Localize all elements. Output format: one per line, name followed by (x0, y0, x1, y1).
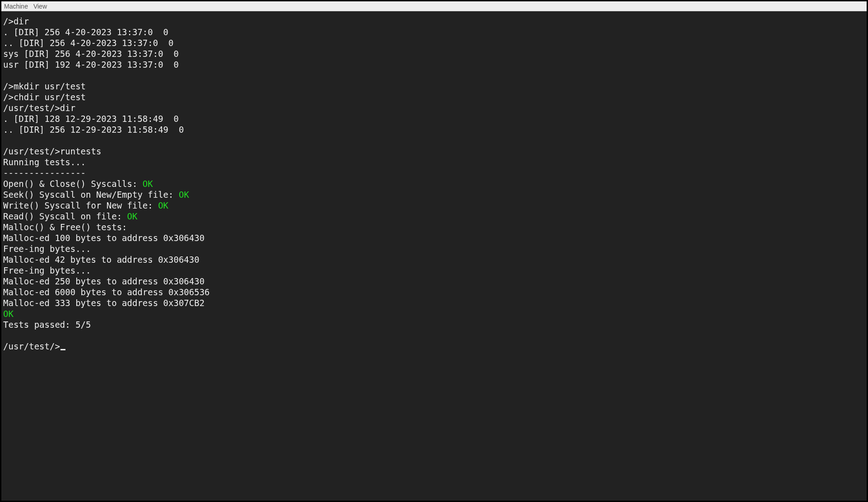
terminal-line: /usr/test/>runtests (3, 146, 865, 157)
terminal-text: Malloc-ed 100 bytes to address 0x306430 (3, 233, 204, 243)
terminal-text: Malloc-ed 42 bytes to address 0x306430 (3, 255, 200, 265)
terminal-text: OK (3, 309, 14, 319)
vm-window: Machine View />dir. [DIR] 256 4-20-2023 … (0, 0, 868, 502)
terminal-line: .. [DIR] 256 12-29-2023 11:58:49 0 (3, 124, 865, 135)
menu-machine[interactable]: Machine (4, 3, 28, 10)
terminal-line: />dir (3, 16, 865, 27)
terminal-text: Malloc-ed 6000 bytes to address 0x306536 (3, 287, 210, 297)
terminal-line: .. [DIR] 256 4-20-2023 13:37:0 0 (3, 37, 865, 48)
terminal-line: sys [DIR] 256 4-20-2023 13:37:0 0 (3, 48, 865, 59)
menu-view[interactable]: View (33, 3, 47, 10)
terminal-line: Malloc-ed 6000 bytes to address 0x306536 (3, 287, 865, 297)
terminal-line: Write() Syscall for New file: OK (3, 200, 865, 211)
terminal-text: /usr/test/> (3, 341, 60, 351)
terminal-line: Malloc() & Free() tests: (3, 222, 865, 232)
terminal-line (3, 70, 865, 81)
terminal[interactable]: />dir. [DIR] 256 4-20-2023 13:37:0 0.. [… (1, 11, 867, 501)
terminal-line: Open() & Close() Syscalls: OK (3, 178, 865, 189)
terminal-text: Malloc-ed 333 bytes to address 0x307CB2 (3, 298, 204, 308)
terminal-line: Seek() Syscall on New/Empty file: OK (3, 189, 865, 200)
terminal-line: . [DIR] 256 4-20-2023 13:37:0 0 (3, 27, 865, 37)
terminal-text: sys [DIR] 256 4-20-2023 13:37:0 0 (3, 49, 179, 59)
terminal-line: Tests passed: 5/5 (3, 319, 865, 330)
terminal-text: ---------------- (3, 168, 86, 178)
terminal-text: Running tests... (3, 157, 86, 167)
terminal-line: ---------------- (3, 167, 865, 178)
terminal-text: />chdir usr/test (3, 92, 86, 102)
terminal-text: /usr/test/>dir (3, 103, 75, 113)
terminal-text: OK (127, 211, 138, 221)
terminal-text: Malloc-ed 250 bytes to address 0x306430 (3, 276, 204, 286)
menubar: Machine View (1, 1, 867, 11)
cursor (60, 349, 65, 350)
terminal-text: Open() & Close() Syscalls: (3, 179, 143, 189)
terminal-line: Running tests... (3, 157, 865, 167)
terminal-text: OK (143, 179, 153, 189)
terminal-line: />mkdir usr/test (3, 81, 865, 92)
terminal-line: Read() Syscall on file: OK (3, 211, 865, 222)
terminal-text: Write() Syscall for New file: (3, 200, 158, 210)
terminal-text: />mkdir usr/test (3, 81, 86, 91)
terminal-line: Malloc-ed 42 bytes to address 0x306430 (3, 254, 865, 265)
terminal-text: /usr/test/>runtests (3, 146, 101, 156)
terminal-line: Free-ing bytes... (3, 265, 865, 276)
terminal-line: Free-ing bytes... (3, 243, 865, 254)
terminal-text: OK (158, 200, 168, 210)
terminal-line: usr [DIR] 192 4-20-2023 13:37:0 0 (3, 59, 865, 70)
terminal-line: . [DIR] 128 12-29-2023 11:58:49 0 (3, 113, 865, 124)
terminal-line: /usr/test/> (3, 341, 865, 352)
terminal-line: OK (3, 308, 865, 319)
terminal-line (3, 135, 865, 146)
terminal-text: Malloc() & Free() tests: (3, 222, 127, 232)
terminal-line: Malloc-ed 100 bytes to address 0x306430 (3, 232, 865, 243)
terminal-text: Seek() Syscall on New/Empty file: (3, 190, 179, 200)
terminal-text: . [DIR] 256 4-20-2023 13:37:0 0 (3, 27, 168, 37)
terminal-text: Free-ing bytes... (3, 265, 91, 275)
terminal-text: Free-ing bytes... (3, 244, 91, 254)
terminal-text: />dir (3, 16, 29, 26)
terminal-line: Malloc-ed 250 bytes to address 0x306430 (3, 276, 865, 287)
terminal-line: />chdir usr/test (3, 92, 865, 102)
terminal-text: OK (179, 190, 189, 200)
terminal-text: Tests passed: 5/5 (3, 320, 91, 330)
terminal-text: . [DIR] 128 12-29-2023 11:58:49 0 (3, 114, 179, 124)
terminal-line: Malloc-ed 333 bytes to address 0x307CB2 (3, 297, 865, 308)
terminal-line: /usr/test/>dir (3, 102, 865, 113)
terminal-text: .. [DIR] 256 12-29-2023 11:58:49 0 (3, 125, 184, 135)
terminal-line (3, 330, 865, 341)
terminal-text: usr [DIR] 192 4-20-2023 13:37:0 0 (3, 60, 179, 70)
terminal-text: .. [DIR] 256 4-20-2023 13:37:0 0 (3, 38, 174, 48)
terminal-text: Read() Syscall on file: (3, 211, 127, 221)
